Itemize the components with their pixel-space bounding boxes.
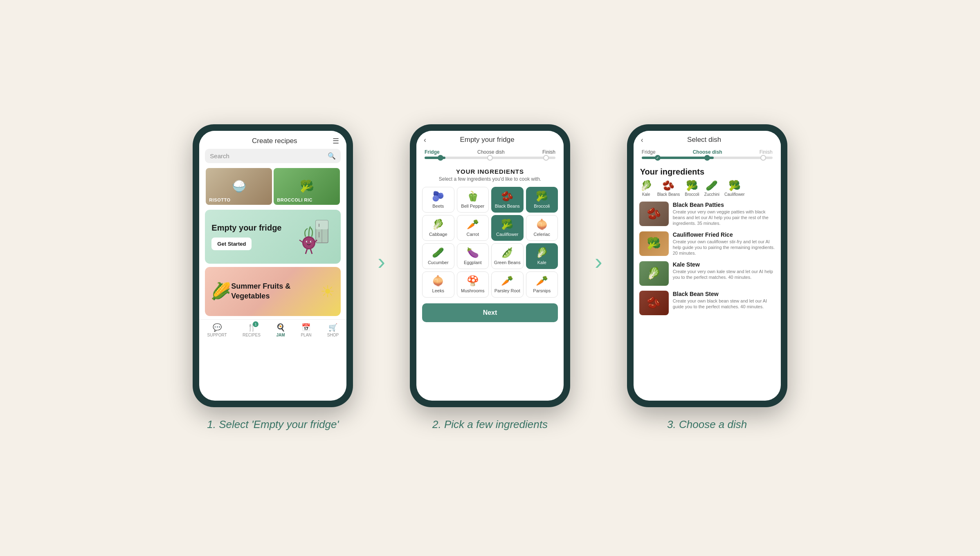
- step-finish: Finish: [542, 149, 555, 155]
- phone1-section: Create recipes ☰ Search 🔍 🍚 RISOTTO 🥦: [193, 124, 353, 432]
- celeriac-icon: 🧅: [536, 219, 548, 230]
- dish-img-black-bean-stew: 🫘: [639, 291, 669, 315]
- dish-cauliflower-fried-rice[interactable]: 🥦 Cauliflower Fried Rice Create your own…: [639, 231, 775, 256]
- phone3-back-button[interactable]: ‹: [641, 136, 643, 144]
- nav-plan[interactable]: 📅 PLAN: [301, 323, 311, 337]
- ingredient-cauliflower[interactable]: 🥦 Cauliflower: [491, 215, 524, 241]
- progress-dot-1: [438, 155, 443, 161]
- dish-black-bean-stew[interactable]: 🫘 Black Bean Stew Create your own black …: [639, 291, 775, 315]
- nav-jam[interactable]: 🍳 JAM: [276, 323, 285, 337]
- ingredient-eggplant[interactable]: 🍆 Eggplant: [457, 243, 489, 269]
- step-choose-dish: Choose dish: [477, 149, 505, 155]
- get-started-button[interactable]: Get Started: [211, 238, 252, 250]
- carrot-label: Carrot: [466, 232, 479, 237]
- mushrooms-label: Mushrooms: [461, 288, 484, 294]
- dish-desc-black-bean-patties: Create your very own veggie patties with…: [673, 209, 775, 226]
- chip-kale: 🥬 Kale: [640, 180, 652, 197]
- progress-bar: [425, 157, 555, 159]
- dish-info-black-bean-stew: Black Bean Stew Create your own black be…: [673, 291, 775, 310]
- your-ingredients-title: Your ingredients: [640, 167, 774, 177]
- dish-desc-cauliflower-fried-rice: Create your own cauliflower stir-fry and…: [673, 239, 775, 256]
- ingredients-title: YOUR INGREDIENTS: [425, 168, 555, 175]
- chip-black-beans-icon: 🫘: [662, 180, 674, 191]
- phone2-frame: ‹ Empty your fridge Fridge Choose dish F…: [410, 124, 570, 407]
- summer-card[interactable]: 🌽 Summer Fruits & Vegetables ☀: [205, 267, 341, 316]
- phone1-header: Create recipes ☰: [199, 131, 346, 149]
- p3-dot-3: [760, 155, 766, 161]
- phone1-screen: Create recipes ☰ Search 🔍 🍚 RISOTTO 🥦: [199, 131, 346, 401]
- phone2-screen: ‹ Empty your fridge Fridge Choose dish F…: [416, 131, 564, 401]
- phone2-header: ‹ Empty your fridge: [416, 131, 564, 148]
- p3-dot-1: ✓: [655, 155, 661, 161]
- dish-black-bean-patties[interactable]: 🫘 Black Bean Patties Create your very ow…: [639, 202, 775, 226]
- dish-info-kale-stew: Kale Stew Create your very own kale stew…: [673, 261, 775, 280]
- jam-icon: 🍳: [276, 323, 285, 332]
- ingredient-black-beans[interactable]: 🫘 Black Beans: [491, 187, 524, 213]
- phone2-title: Empty your fridge: [460, 136, 514, 144]
- dish-name-black-bean-patties: Black Bean Patties: [673, 202, 775, 208]
- svg-rect-4: [319, 232, 319, 238]
- arrow-2-container: ›: [595, 248, 602, 307]
- green-beans-label: Green Beans: [494, 260, 521, 265]
- fridge-card[interactable]: Empty your fridge Get Started: [205, 210, 341, 264]
- phone3-frame: ‹ Select dish Fridge Choose dish Finish …: [627, 124, 787, 407]
- ingredient-parsley-root[interactable]: 🥕 Parsley Root: [491, 271, 524, 297]
- leeks-icon: 🧅: [432, 275, 444, 287]
- dish-kale-stew[interactable]: 🥬 Kale Stew Create your very own kale st…: [639, 261, 775, 286]
- search-icon: 🔍: [328, 152, 336, 160]
- ingredient-kale[interactable]: 🥬 Kale: [526, 243, 558, 269]
- chip-cauliflower-label: Cauliflower: [724, 192, 744, 197]
- parsley-root-label: Parsley Root: [494, 288, 520, 294]
- kale-icon: 🥬: [536, 247, 548, 258]
- beets-label: Beets: [432, 204, 444, 209]
- parsnips-icon: 🥕: [536, 275, 548, 287]
- phone1-frame: Create recipes ☰ Search 🔍 🍚 RISOTTO 🥦: [193, 124, 353, 407]
- chip-broccoli: 🥦 Broccoli: [685, 180, 699, 197]
- ingredient-broccoli[interactable]: 🥦 Broccoli: [526, 187, 558, 213]
- ingredient-celeriac[interactable]: 🧅 Celeriac: [526, 215, 558, 241]
- chip-cauliflower-icon: 🥦: [728, 180, 741, 191]
- phone1-title: Create recipes: [252, 137, 297, 145]
- search-placeholder: Search: [210, 152, 229, 159]
- black-beans-label: Black Beans: [495, 204, 520, 209]
- nav-shop[interactable]: 🛒 SHOP: [327, 323, 339, 337]
- svg-rect-1: [316, 220, 328, 229]
- ingredient-carrot[interactable]: 🥕 Carrot: [457, 215, 489, 241]
- ingredient-cabbage[interactable]: 🥬 Cabbage: [422, 215, 454, 241]
- search-bar[interactable]: Search 🔍: [205, 149, 341, 163]
- cabbage-icon: 🥬: [432, 219, 444, 230]
- support-icon: 💬: [213, 323, 222, 332]
- phone3-section: ‹ Select dish Fridge Choose dish Finish …: [627, 124, 787, 432]
- ingredient-mushrooms[interactable]: 🍄 Mushrooms: [457, 271, 489, 297]
- phone2-back-button[interactable]: ‹: [424, 136, 426, 144]
- nav-recipes[interactable]: 🍴 1 RECIPES: [243, 323, 261, 337]
- dish-desc-kale-stew: Create your very own kale stew and let o…: [673, 269, 775, 280]
- hamburger-icon[interactable]: ☰: [333, 137, 339, 146]
- next-button[interactable]: Next: [422, 303, 558, 322]
- ingredients-header: YOUR INGREDIENTS Select a few ingredient…: [416, 164, 564, 184]
- bell-pepper-icon: 🫑: [467, 191, 479, 202]
- step-fridge: Fridge: [425, 149, 440, 155]
- ingredient-cucumber[interactable]: 🥒 Cucumber: [422, 243, 454, 269]
- bell-pepper-label: Bell Pepper: [461, 204, 484, 209]
- ingredient-beets[interactable]: 🫐 Beets: [422, 187, 454, 213]
- chip-broccoli-icon: 🥦: [686, 180, 698, 191]
- nav-support[interactable]: 💬 SUPPORT: [207, 323, 227, 337]
- dish-name-cauliflower-fried-rice: Cauliflower Fried Rice: [673, 231, 775, 238]
- dish-info-black-bean-patties: Black Bean Patties Create your very own …: [673, 202, 775, 226]
- eggplant-icon: 🍆: [467, 247, 479, 258]
- ingredient-parsnips[interactable]: 🥕 Parsnips: [526, 271, 558, 297]
- food-item-risotto[interactable]: 🍚 RISOTTO: [206, 168, 272, 205]
- ingredient-bell-pepper[interactable]: 🫑 Bell Pepper: [457, 187, 489, 213]
- chip-zucchini-label: Zucchini: [704, 192, 719, 197]
- caption-1: 1. Select 'Empty your fridge': [207, 417, 339, 432]
- cabbage-label: Cabbage: [429, 232, 447, 237]
- ingredient-green-beans[interactable]: 🫛 Green Beans: [491, 243, 524, 269]
- ingredient-leeks[interactable]: 🧅 Leeks: [422, 271, 454, 297]
- nav-shop-label: SHOP: [327, 333, 339, 337]
- food-item-broccoli[interactable]: 🥦 BROCCOLI RIC: [274, 168, 340, 205]
- dish-img-cauliflower-fried-rice: 🥦: [639, 231, 669, 256]
- arrow-1-icon: ›: [378, 248, 385, 275]
- progress-dot-2: [487, 155, 493, 161]
- broccoli-label: Broccoli: [534, 204, 550, 209]
